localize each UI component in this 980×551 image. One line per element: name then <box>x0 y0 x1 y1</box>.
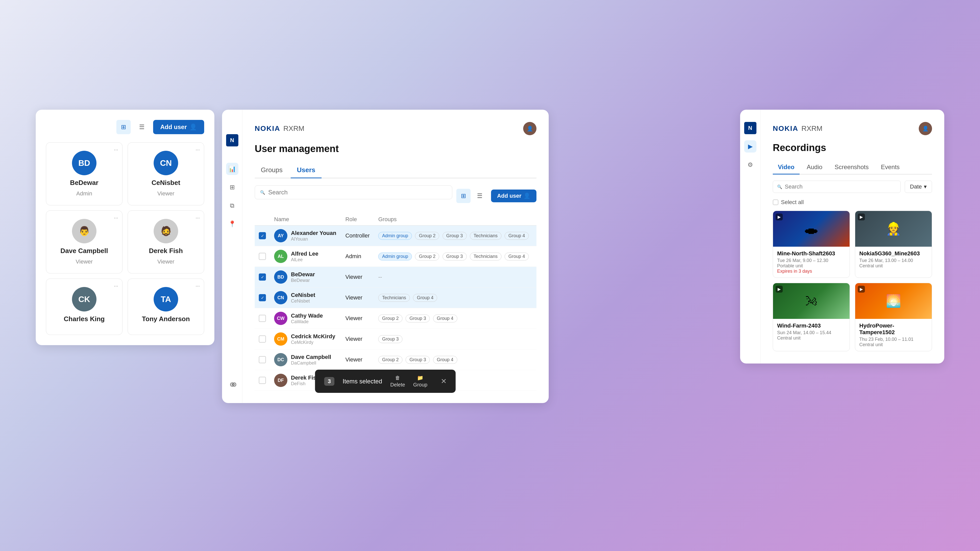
checkbox-checked[interactable]: ✓ <box>259 232 266 239</box>
group-tag: Group 3 <box>442 252 467 260</box>
row-groups-cell: Admin group Group 2 Group 3 Technicians … <box>374 225 536 246</box>
recording-card[interactable]: 🕳 ▶ Mine-North-Shaft2603 Tue 26 Mar, 9.0… <box>773 211 850 278</box>
recording-card[interactable]: 🌅 ▶ HydroPower-Tampere1502 Thu 23 Feb, 1… <box>855 283 932 351</box>
toolbar-row: 🔍 ⊞ ☰ Add user 👤 <box>255 186 536 206</box>
nokia-wordmark: NOKIA <box>255 124 280 133</box>
date-label: Date <box>910 183 922 190</box>
user-row-sub: DaCampbell <box>291 360 331 366</box>
user-card-role: Viewer <box>158 259 175 265</box>
sidebar-icon-layers[interactable]: ⧉ <box>226 200 239 212</box>
rec-tab-screenshots[interactable]: Screenshots <box>829 160 873 175</box>
group-tag: Group 4 <box>504 232 529 240</box>
checkbox-checked[interactable]: ✓ <box>259 273 266 281</box>
delete-icon: 🗑 <box>395 375 400 381</box>
card-menu-icon[interactable]: ··· <box>196 215 200 221</box>
row-name-cell: AY Alexander Youan AlYouan <box>270 225 341 246</box>
group-action[interactable]: 📁 Group <box>413 375 428 388</box>
tab-groups[interactable]: Groups <box>255 162 289 178</box>
right-sidebar-video-icon[interactable]: ▶ <box>744 140 756 152</box>
checkbox-empty[interactable] <box>259 315 266 322</box>
user-card[interactable]: ··· 🧔 Derek Fish Viewer <box>127 210 204 273</box>
table-row[interactable]: CM Cedrick McKirdy CeMcKirdy Viewer Grou… <box>255 329 536 349</box>
rec-tab-audio[interactable]: Audio <box>802 160 827 175</box>
recordings-title: Recordings <box>773 142 932 153</box>
table-row[interactable]: ✓ BD BeDewar BeDewar Viewer -- <box>255 267 536 287</box>
rec-info: Nokia5G360_Mine2603 Tue 26 Mar, 13.00 – … <box>855 247 932 272</box>
sidebar-icon-chart[interactable]: 📊 <box>226 163 239 175</box>
table-row[interactable]: DC Dave Campbell DaCampbell Viewer Group… <box>255 349 536 370</box>
user-card[interactable]: ··· 👨 Dave Campbell Viewer <box>46 210 123 273</box>
list-view-toggle[interactable]: ☰ <box>473 189 487 203</box>
row-groups-cell: Group 2 Group 3 Group 4 <box>374 308 536 329</box>
user-info: Cedrick McKirdy CeMcKirdy <box>291 333 335 345</box>
grid-view-icon[interactable]: ⊞ <box>116 120 130 134</box>
group-tag: Admin group <box>378 252 412 260</box>
th-checkbox <box>255 213 270 225</box>
table-row[interactable]: ✓ CN CeNisbet CeNisbet Viewer Te <box>255 287 536 308</box>
user-card[interactable]: ··· CK Charles King <box>46 279 123 335</box>
rec-tab-events[interactable]: Events <box>876 160 905 175</box>
right-logo-area: NOKIA RXRM <box>773 124 822 133</box>
tab-users[interactable]: Users <box>291 162 321 178</box>
rec-search-input[interactable] <box>785 183 896 190</box>
video-badge: ▶ <box>776 213 783 221</box>
rec-name: Nokia5G360_Mine2603 <box>859 250 928 257</box>
checkbox-empty[interactable] <box>259 356 266 363</box>
card-menu-icon[interactable]: ··· <box>196 147 200 152</box>
table-row[interactable]: AL Alfred Lee AlLee Admin Admin group Gr… <box>255 246 536 267</box>
right-panel: N ▶ ⚙ NOKIA RXRM 👤 Recordings Video Audi… <box>740 110 944 364</box>
table-row[interactable]: ✓ AY Alexander Youan AlYouan Controller <box>255 225 536 246</box>
card-menu-icon[interactable]: ··· <box>114 147 118 152</box>
group-tag: Group 4 <box>413 294 437 302</box>
checkbox-empty[interactable] <box>259 335 266 343</box>
group-tag: Group 3 <box>442 232 467 240</box>
checkbox-checked[interactable]: ✓ <box>259 294 266 301</box>
checkbox-empty[interactable] <box>259 253 266 260</box>
user-card-name: BeDewar <box>70 179 98 187</box>
group-tag: Group 3 <box>378 335 402 343</box>
tunnel-icon: 🕳 <box>804 221 818 237</box>
select-all-checkbox[interactable] <box>773 200 778 205</box>
user-card-tony[interactable]: ··· TA Tony Anderson <box>127 279 204 335</box>
row-avatar: AL <box>274 250 287 263</box>
rec-date: Sun 24 Mar, 14.00 – 15.44 <box>777 330 845 335</box>
delete-action[interactable]: 🗑 Delete <box>390 375 405 388</box>
close-selection-button[interactable]: ✕ <box>441 377 447 386</box>
add-user-button[interactable]: Add user 👤 <box>153 120 204 134</box>
user-avatar[interactable]: 👤 <box>523 122 536 135</box>
sidebar-icon-location[interactable]: 📍 <box>226 218 239 230</box>
sidebar-icon-grid[interactable]: ⊞ <box>226 181 239 193</box>
settings-icon-bottom[interactable]: ⚙ <box>228 379 240 391</box>
search-input[interactable] <box>268 189 447 196</box>
row-checkbox-cell <box>255 370 270 391</box>
avatar: TA <box>154 287 178 311</box>
rec-tab-video[interactable]: Video <box>773 160 800 175</box>
group-tag: Technicians <box>470 252 501 260</box>
selection-count: 3 <box>324 377 334 386</box>
user-card[interactable]: ··· CN CeNisbet Viewer <box>127 142 204 205</box>
user-card-name: Dave Campbell <box>60 247 108 255</box>
date-filter-button[interactable]: Date ▾ <box>905 181 932 193</box>
select-all-label: Select all <box>781 199 803 206</box>
list-view-icon[interactable]: ☰ <box>135 120 149 134</box>
recording-card[interactable]: 🌬 ▶ Wind-Farm-2403 Sun 24 Mar, 14.00 – 1… <box>773 283 850 351</box>
hydro-icon: 🌅 <box>886 294 901 308</box>
grid-view-toggle[interactable]: ⊞ <box>456 189 471 203</box>
right-panel-header: NOKIA RXRM 👤 <box>773 122 932 135</box>
right-user-avatar[interactable]: 👤 <box>919 122 932 135</box>
group-tag: Group 2 <box>378 314 402 322</box>
recording-card[interactable]: 👷 ▶ Nokia5G360_Mine2603 Tue 26 Mar, 13.0… <box>855 211 932 278</box>
card-menu-icon[interactable]: ··· <box>114 215 118 221</box>
card-menu-icon[interactable]: ··· <box>196 283 200 289</box>
row-avatar: AY <box>274 229 287 242</box>
user-card[interactable]: ··· BD BeDewar Admin <box>46 142 123 205</box>
add-user-sm-icon: 👤 <box>523 192 530 199</box>
add-user-button-sm[interactable]: Add user 👤 <box>491 189 536 202</box>
table-row[interactable]: CW Cathy Wade CaWade Viewer Group 2 Grou… <box>255 308 536 329</box>
checkbox-empty[interactable] <box>259 377 266 384</box>
right-sidebar-settings-icon[interactable]: ⚙ <box>744 159 756 171</box>
card-menu-icon[interactable]: ··· <box>114 283 118 289</box>
video-badge: ▶ <box>858 286 865 292</box>
view-buttons: ⊞ ☰ <box>456 189 487 203</box>
avatar: 🧔 <box>154 219 178 243</box>
